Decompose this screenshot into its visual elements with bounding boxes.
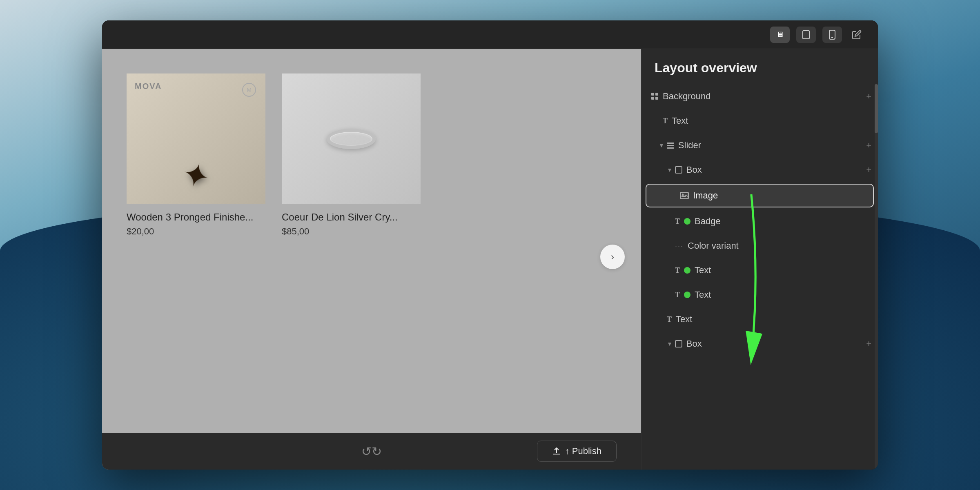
- box-2-label: Box: [686, 339, 866, 349]
- badge-type-icon: T: [675, 217, 680, 226]
- tree-item-text-1[interactable]: T Text: [641, 109, 878, 133]
- box2-collapse-arrow[interactable]: ▼: [667, 341, 673, 347]
- slider-type-icon: [667, 143, 674, 149]
- badge-dot: [684, 218, 690, 225]
- background-add-button[interactable]: +: [866, 91, 871, 102]
- product-2-name: Coeur De Lion Silver Cry...: [282, 212, 421, 223]
- redo-button[interactable]: ↻: [372, 444, 382, 459]
- panel-header: Layout overview: [641, 49, 878, 84]
- text-3-label: Text: [695, 290, 871, 300]
- badge-label: Badge: [695, 216, 871, 227]
- product-1-object: [176, 155, 216, 196]
- product-1-price: $20,00: [127, 226, 265, 237]
- image-type-icon: [680, 192, 689, 199]
- star-decoration: [176, 155, 216, 196]
- svg-rect-0: [803, 31, 809, 39]
- right-panel: Layout overview Background + T Text: [641, 49, 878, 470]
- text-2-label: Text: [695, 265, 871, 276]
- product-card-2: Coeur De Lion Silver Cry... $85,00: [282, 74, 421, 416]
- mova-logo-2: M: [241, 82, 257, 100]
- product-image-2: [282, 74, 421, 204]
- background-label: Background: [663, 91, 866, 102]
- ring-object: [327, 129, 376, 149]
- box-type-icon: [675, 166, 682, 174]
- tree-item-text-2[interactable]: T Text: [641, 258, 878, 283]
- color-variant-label: Color variant: [688, 241, 871, 251]
- tree-item-box-2[interactable]: ▼ Box +: [641, 332, 878, 356]
- box-2-type-icon: [675, 340, 682, 347]
- tree-item-background[interactable]: Background +: [641, 84, 878, 109]
- slider-add-button[interactable]: +: [866, 140, 871, 151]
- main-area: MOVA M Wooden 3 Pr: [102, 49, 878, 470]
- undo-button[interactable]: ↺: [361, 444, 372, 459]
- tree-item-text-4[interactable]: T Text: [641, 307, 878, 332]
- image-label: Image: [693, 190, 873, 201]
- titlebar: 🖥: [102, 20, 878, 49]
- tree-item-text-3[interactable]: T Text: [641, 283, 878, 307]
- product-1-bg: MOVA M: [127, 74, 265, 204]
- publish-button[interactable]: ↑ Publish: [537, 441, 617, 462]
- tree-item-box-1[interactable]: ▼ Box +: [641, 158, 878, 182]
- text-2-dot: [684, 267, 690, 274]
- slider-label: Slider: [678, 140, 866, 151]
- canvas-content: MOVA M Wooden 3 Pr: [102, 49, 641, 433]
- product-1-name: Wooden 3 Pronged Finishe...: [127, 212, 265, 223]
- product-image-1: MOVA M: [127, 74, 265, 204]
- text-3-type-icon: T: [675, 291, 680, 299]
- tree-item-image[interactable]: Image: [646, 184, 874, 207]
- text-4-type-icon: T: [667, 315, 672, 324]
- mobile-view-button[interactable]: [822, 27, 842, 43]
- text-3-dot: [684, 292, 690, 298]
- svg-text:M: M: [247, 87, 252, 93]
- canvas-area: MOVA M Wooden 3 Pr: [102, 49, 641, 470]
- text-2-type-icon: T: [675, 266, 680, 275]
- app-window: 🖥 MOVA: [102, 20, 878, 470]
- box-add-button[interactable]: +: [866, 165, 871, 175]
- box-collapse-arrow[interactable]: ▼: [667, 167, 673, 173]
- publish-label: ↑ Publish: [565, 446, 601, 457]
- grid-icon: [651, 93, 659, 100]
- slider-collapse-arrow[interactable]: ▼: [659, 142, 664, 149]
- desktop-view-button[interactable]: 🖥: [770, 27, 790, 43]
- mova-logo-1: MOVA: [135, 82, 162, 91]
- tree-item-slider[interactable]: ▼ Slider +: [641, 133, 878, 158]
- panel-tree: Background + T Text ▼ Slider +: [641, 84, 878, 470]
- tree-item-badge[interactable]: T Badge: [641, 209, 878, 234]
- scrollbar-thumb[interactable]: [875, 84, 878, 133]
- canvas-bottom-bar: ↺ ↻ ↑ Publish: [102, 433, 641, 470]
- text-1-label: Text: [672, 116, 871, 126]
- text-4-label: Text: [676, 314, 871, 325]
- product-2-price: $85,00: [282, 226, 421, 237]
- tablet-view-button[interactable]: [796, 27, 816, 43]
- box-2-add-button[interactable]: +: [866, 339, 871, 349]
- product-2-bg: [282, 74, 421, 204]
- svg-point-7: [682, 194, 684, 195]
- edit-button[interactable]: [849, 27, 865, 43]
- color-variant-icon: ···: [675, 242, 684, 250]
- product-card-1: MOVA M Wooden 3 Pr: [127, 74, 265, 416]
- tree-item-color-variant[interactable]: ··· Color variant: [641, 234, 878, 258]
- box-1-label: Box: [686, 165, 866, 175]
- slider-next-button[interactable]: ›: [600, 245, 625, 269]
- text-type-icon: T: [663, 117, 668, 125]
- panel-title: Layout overview: [655, 60, 865, 76]
- scrollbar-track: [875, 84, 878, 470]
